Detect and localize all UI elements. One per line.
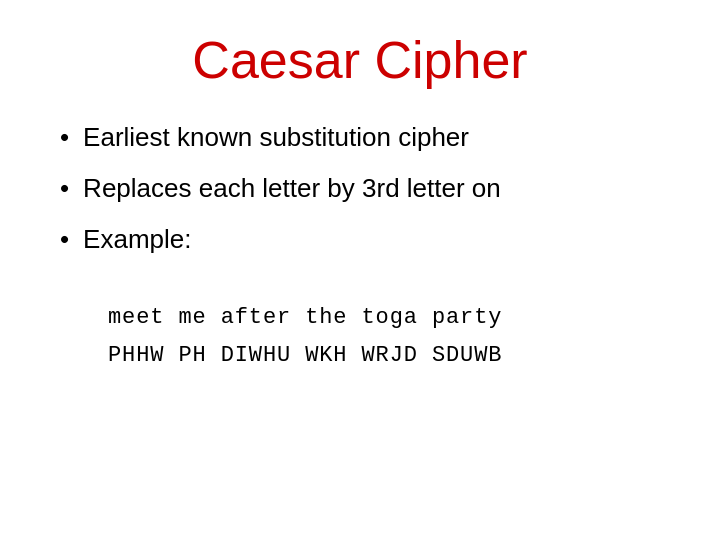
code-plaintext: meet me after the toga party [108,299,660,336]
code-block: meet me after the toga party PHHW PH DIW… [108,299,660,374]
bullet-list: • Earliest known substitution cipher • R… [60,120,660,273]
bullet-item-3: • Example: [60,222,660,257]
bullet-dot-3: • [60,222,69,257]
bullet-dot-1: • [60,120,69,155]
bullet-dot-2: • [60,171,69,206]
slide: Caesar Cipher • Earliest known substitut… [0,0,720,540]
bullet-text-2: Replaces each letter by 3rd letter on [83,171,501,206]
bullet-text-3: Example: [83,222,191,257]
code-ciphertext: PHHW PH DIWHU WKH WRJD SDUWB [108,337,660,374]
bullet-item-2: • Replaces each letter by 3rd letter on [60,171,660,206]
slide-title: Caesar Cipher [60,30,660,90]
bullet-text-1: Earliest known substitution cipher [83,120,469,155]
bullet-item-1: • Earliest known substitution cipher [60,120,660,155]
